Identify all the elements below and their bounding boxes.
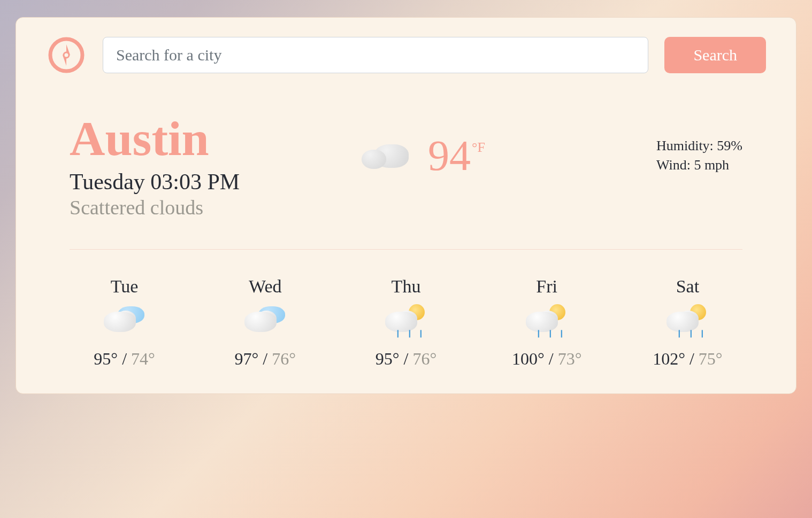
- search-input[interactable]: [103, 37, 648, 73]
- forecast-row: Tue95° / 74°Wed97° / 76°Thu❙ ❙ ❙95° / 76…: [46, 276, 766, 369]
- forecast-temps: 102° / 75°: [620, 349, 755, 369]
- forecast-low: 74°: [131, 349, 155, 368]
- conditions-block: Humidity: 59% Wind: 5 mph: [656, 136, 742, 175]
- cloud-icon: [358, 141, 412, 170]
- forecast-low: 75°: [699, 349, 723, 368]
- forecast-day-label: Wed: [197, 276, 333, 297]
- forecast-temps: 95° / 74°: [57, 349, 192, 369]
- forecast-day-label: Thu: [338, 276, 473, 297]
- compass-icon: [46, 35, 87, 75]
- rain-sun-icon: ❙ ❙ ❙: [384, 304, 428, 336]
- forecast-high: 95°: [94, 349, 118, 368]
- location-block: Austin Tuesday 03:03 PM Scattered clouds: [70, 113, 348, 219]
- forecast-high: 95°: [376, 349, 400, 368]
- rain-sun-icon: ❙ ❙ ❙: [665, 304, 709, 336]
- temperature-unit: °F: [472, 140, 485, 156]
- forecast-temps: 95° / 76°: [338, 349, 473, 369]
- forecast-day: Wed97° / 76°: [197, 276, 333, 369]
- forecast-low: 76°: [412, 349, 436, 368]
- current-temperature: 94: [428, 134, 471, 177]
- temperature-block: 94 °F: [358, 134, 485, 177]
- forecast-day-label: Sat: [620, 276, 755, 297]
- current-datetime: Tuesday 03:03 PM: [70, 169, 348, 195]
- current-temp-wrap: 94 °F: [428, 134, 485, 177]
- city-name: Austin: [70, 113, 348, 165]
- forecast-day: Tue95° / 74°: [57, 276, 192, 369]
- humidity-value: Humidity: 59%: [656, 138, 742, 153]
- partly-cloudy-icon: [243, 304, 287, 336]
- weather-card: Search Austin Tuesday 03:03 PM Scattered…: [16, 17, 796, 394]
- forecast-day-label: Fri: [479, 276, 615, 297]
- forecast-high: 100°: [512, 349, 545, 368]
- forecast-day-label: Tue: [57, 276, 192, 297]
- divider: [70, 249, 742, 250]
- forecast-temps: 100° / 73°: [479, 349, 615, 369]
- current-weather: Austin Tuesday 03:03 PM Scattered clouds…: [46, 113, 766, 235]
- weather-description: Scattered clouds: [70, 196, 348, 219]
- wind-value: Wind: 5 mph: [656, 157, 729, 173]
- forecast-temps: 97° / 76°: [197, 349, 333, 369]
- forecast-low: 73°: [558, 349, 582, 368]
- forecast-day: Thu❙ ❙ ❙95° / 76°: [338, 276, 473, 369]
- partly-cloudy-icon: [103, 304, 147, 336]
- forecast-high: 97°: [235, 349, 259, 368]
- rain-sun-icon: ❙ ❙ ❙: [525, 304, 569, 336]
- svg-point-3: [64, 52, 69, 58]
- forecast-low: 76°: [272, 349, 296, 368]
- search-bar: Search: [46, 35, 766, 75]
- forecast-day: Sat❙ ❙ ❙102° / 75°: [620, 276, 755, 369]
- search-button[interactable]: Search: [664, 37, 766, 73]
- forecast-high: 102°: [653, 349, 685, 368]
- forecast-day: Fri❙ ❙ ❙100° / 73°: [479, 276, 615, 369]
